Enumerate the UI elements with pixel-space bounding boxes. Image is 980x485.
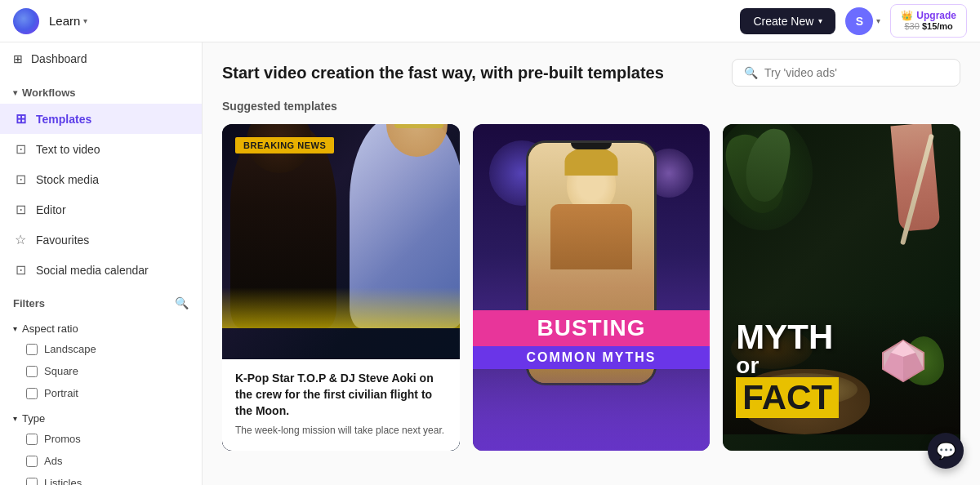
aspect-ratio-label: Aspect ratio <box>22 323 78 335</box>
ads-checkbox[interactable] <box>26 456 38 467</box>
common-myths-label: COMMON MYTHS <box>473 346 710 369</box>
sidebar-item-social-media-calendar[interactable]: ⊡ Social media calendar <box>0 255 202 285</box>
template-grid: BREAKING NEWS K-Pop Star T.O.P & DJ Stev… <box>222 124 960 451</box>
type-label: Type <box>22 412 45 425</box>
favourites-icon: ☆ <box>13 232 28 247</box>
listicles-label: Listicles <box>44 477 82 485</box>
content-area: Start video creation the fast way, with … <box>203 42 980 485</box>
text-to-video-icon: ⊡ <box>13 141 28 157</box>
filter-listicles[interactable]: Listicles <box>0 472 202 485</box>
create-new-button[interactable]: Create New ▾ <box>740 8 835 34</box>
template-card-breaking-news[interactable]: BREAKING NEWS K-Pop Star T.O.P & DJ Stev… <box>222 124 460 451</box>
busting-banner: BUSTING COMMON MYTHS <box>473 310 710 369</box>
page-title: Start video creation the fast way, with … <box>222 64 664 82</box>
filter-square[interactable]: Square <box>0 360 202 382</box>
editor-icon: ⊡ <box>13 202 28 217</box>
card1-subtext: The week-long mission will take place ne… <box>235 424 447 438</box>
sidebar-text-to-video-label: Text to video <box>36 143 100 156</box>
promos-label: Promos <box>44 433 81 445</box>
upgrade-price: $30 $15/mo <box>904 21 952 32</box>
template-card-busting-myths[interactable]: BUSTING COMMON MYTHS <box>473 124 710 451</box>
myth-label: MYTH <box>736 320 839 354</box>
chat-bubble-button[interactable]: 💬 <box>928 433 964 469</box>
filter-search-icon[interactable]: 🔍 <box>175 296 189 309</box>
sidebar-item-dashboard[interactable]: ⊞ Dashboard <box>0 42 202 75</box>
section-label: Suggested templates <box>222 100 960 113</box>
chat-icon: 💬 <box>936 441 956 461</box>
upgrade-button[interactable]: 👑 Upgrade $30 $15/mo <box>890 4 967 38</box>
card1-bottom-gradient <box>222 287 460 328</box>
card1-text-overlay: K-Pop Star T.O.P & DJ Steve Aoki on the … <box>222 359 460 451</box>
fact-badge: FACT <box>736 377 839 418</box>
filter-ads[interactable]: Ads <box>0 450 202 472</box>
learn-menu[interactable]: Learn ▾ <box>49 14 87 28</box>
fact-label: FACT <box>736 377 839 418</box>
avatar-initial: S <box>856 15 863 28</box>
filter-landscape[interactable]: Landscape <box>0 338 202 360</box>
listicles-checkbox[interactable] <box>26 478 38 486</box>
filter-promos[interactable]: Promos <box>0 428 202 450</box>
aspect-ratio-arrow-icon: ▾ <box>13 324 17 333</box>
landscape-checkbox[interactable] <box>26 344 38 355</box>
busting-label: BUSTING <box>473 310 710 346</box>
gem-decoration-icon <box>879 336 928 385</box>
sidebar-item-stock-media[interactable]: ⊡ Stock media <box>0 164 202 194</box>
square-label: Square <box>44 365 78 377</box>
workflows-section-header[interactable]: ▾ Workflows <box>0 75 202 104</box>
app-logo <box>13 8 39 34</box>
template-card-myth-or-fact[interactable]: MYTH or FACT <box>723 124 960 451</box>
search-icon: 🔍 <box>744 66 758 79</box>
main-layout: ⊞ Dashboard ▾ Workflows ⊞ Templates ⊡ Te… <box>0 42 980 485</box>
filter-portrait[interactable]: Portrait <box>0 382 202 404</box>
new-price: $15/mo <box>922 21 953 31</box>
sidebar-stock-media-label: Stock media <box>36 173 99 186</box>
sidebar-editor-label: Editor <box>36 203 66 216</box>
sidebar-item-favourites[interactable]: ☆ Favourites <box>0 225 202 255</box>
ads-label: Ads <box>44 455 62 467</box>
filters-title: Filters <box>13 297 45 309</box>
portrait-checkbox[interactable] <box>26 388 38 399</box>
square-checkbox[interactable] <box>26 366 38 377</box>
myth-or-fact-overlay: MYTH or FACT <box>736 320 839 418</box>
old-price: $30 <box>904 21 919 31</box>
sidebar-favourites-label: Favourites <box>36 234 89 247</box>
crown-icon: 👑 <box>901 10 913 21</box>
content-header: Start video creation the fast way, with … <box>222 59 960 87</box>
user-avatar-button[interactable]: S <box>845 7 873 35</box>
create-new-label: Create New <box>753 15 813 28</box>
portrait-label: Portrait <box>44 387 78 399</box>
avatar-dropdown-icon: ▾ <box>876 16 880 25</box>
or-label: or <box>736 354 839 377</box>
card2-bottom-glow <box>473 369 710 451</box>
sunglasses <box>394 124 443 128</box>
type-section[interactable]: ▾ Type <box>0 404 202 428</box>
sidebar-item-templates[interactable]: ⊞ Templates <box>0 104 202 134</box>
promos-checkbox[interactable] <box>26 434 38 445</box>
workflows-arrow-icon: ▾ <box>13 88 17 97</box>
search-bar[interactable]: 🔍 <box>732 59 960 87</box>
learn-chevron-icon: ▾ <box>83 16 87 25</box>
sidebar: ⊞ Dashboard ▾ Workflows ⊞ Templates ⊡ Te… <box>0 42 203 485</box>
phone-body <box>550 204 632 269</box>
workflows-label: Workflows <box>22 87 76 99</box>
create-new-chevron-icon: ▾ <box>818 16 822 25</box>
sidebar-item-dashboard-label: Dashboard <box>31 52 87 65</box>
phone-notch <box>571 143 612 149</box>
calendar-icon: ⊡ <box>13 262 28 278</box>
card1-headline: K-Pop Star T.O.P & DJ Steve Aoki on the … <box>235 371 447 419</box>
search-input[interactable] <box>764 66 948 79</box>
sidebar-item-text-to-video[interactable]: ⊡ Text to video <box>0 134 202 164</box>
templates-icon: ⊞ <box>13 111 28 127</box>
dashboard-icon: ⊞ <box>13 52 23 65</box>
avatar-section[interactable]: S ▾ <box>845 7 880 35</box>
sidebar-item-editor[interactable]: ⊡ Editor <box>0 194 202 225</box>
sidebar-social-media-calendar-label: Social media calendar <box>36 264 149 277</box>
landscape-label: Landscape <box>44 343 96 355</box>
breaking-news-badge: BREAKING NEWS <box>235 137 334 154</box>
filters-header: Filters 🔍 <box>0 285 202 314</box>
upgrade-label: Upgrade <box>916 10 956 21</box>
type-arrow-icon: ▾ <box>13 414 17 423</box>
top-nav: Learn ▾ Create New ▾ S ▾ 👑 Upgrade $30 $… <box>0 0 980 42</box>
sidebar-templates-label: Templates <box>36 113 91 126</box>
aspect-ratio-section[interactable]: ▾ Aspect ratio <box>0 314 202 338</box>
